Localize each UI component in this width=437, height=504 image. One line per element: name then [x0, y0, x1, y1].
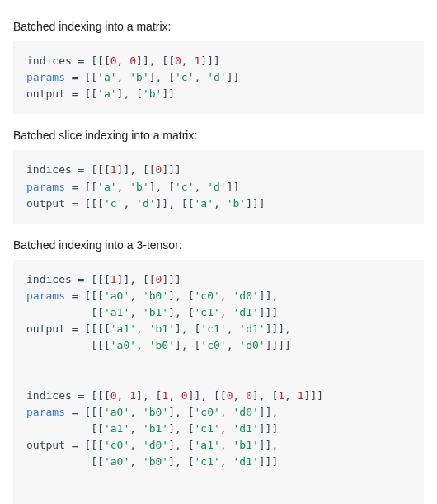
code-block: indices = [[[1]], [[0]]] params = [['a',… [13, 150, 424, 223]
section-description: Batched indexing into a matrix: [13, 20, 424, 33]
section-description: Batched slice indexing into a matrix: [13, 129, 424, 142]
section-description: Batched indexing into a 3-tensor: [13, 238, 424, 252]
code-block: indices = [[[1]], [[0]]] params = [[['a0… [13, 260, 424, 504]
code-block: indices = [[[0, 0]], [[0, 1]]] params = … [13, 41, 424, 114]
